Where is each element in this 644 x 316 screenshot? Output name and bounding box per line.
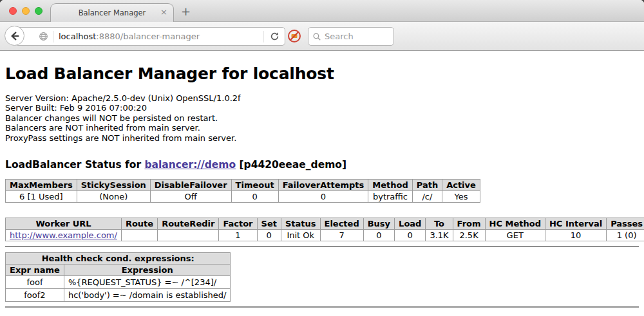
table-row: http://www.example.com/ 1 0 Init Ok 7 0 … [6, 230, 644, 241]
cell-disablefailover: Off [150, 191, 231, 203]
col-failoverattempts: FailoverAttempts [278, 180, 368, 191]
url-text[interactable]: localhost:8880/balancer-manager [59, 32, 260, 41]
table-title-row: Health check cond. expressions: [6, 253, 231, 265]
col-factor: Factor [219, 218, 257, 230]
tab-title: Balancer Manager [79, 8, 146, 17]
cell-failoverattempts: 0 [278, 191, 368, 203]
server-built-line: Server Built: Feb 9 2016 07:00:20 [5, 103, 639, 113]
cell-set: 0 [257, 230, 281, 241]
reload-button[interactable] [263, 31, 279, 42]
col-method: Method [368, 180, 412, 191]
search-bar[interactable] [308, 27, 394, 46]
col-path: Path [412, 180, 442, 191]
status-heading-prefix: LoadBalancer Status for [5, 159, 144, 171]
cell-from: 2.5K [453, 230, 485, 241]
cell-worker-url: http://www.example.com/ [6, 230, 122, 241]
cell-maxmembers: 6 [1 Used] [6, 191, 77, 203]
balancer-settings-table: MaxMembers StickySession DisableFailover… [5, 179, 480, 203]
table-row: 6 [1 Used] (None) Off 0 0 bytraffic /c/ … [6, 191, 480, 203]
col-status: Status [281, 218, 320, 230]
loadbalancer-status-heading: LoadBalancer Status for balancer://demo … [5, 159, 639, 171]
window-zoom-button[interactable] [35, 7, 43, 15]
cell-load: 0 [395, 230, 426, 241]
cell-routeredir [158, 230, 219, 241]
col-disablefailover: DisableFailover [150, 180, 231, 191]
col-elected: Elected [320, 218, 363, 230]
cell-expression: hc('body') =~ /domain is established/ [64, 289, 231, 302]
cell-method: bytraffic [368, 191, 412, 203]
url-bar[interactable]: localhost:8880/balancer-manager [15, 27, 285, 46]
server-version-line: Server Version: Apache/2.5.0-dev (Unix) … [5, 93, 639, 103]
status-heading-suffix: [p4420eeae_demo] [236, 159, 346, 171]
globe-icon [39, 32, 48, 41]
section-divider [5, 246, 639, 247]
window-close-button[interactable] [9, 7, 17, 15]
table-row: foof %{REQUEST_STATUS} =~ /^[234]/ [6, 276, 231, 289]
col-to: To [426, 218, 453, 230]
health-table-title: Health check cond. expressions: [6, 253, 231, 265]
cell-passes: 1 (0) [607, 230, 644, 241]
col-passes: Passes [607, 218, 644, 230]
cell-to: 3.1K [426, 230, 453, 241]
table-header-row: Worker URL Route RouteRedir Factor Set S… [6, 218, 644, 230]
col-expr-name: Expr name [6, 265, 64, 276]
page-content: Load Balancer Manager for localhost Serv… [0, 51, 644, 316]
col-worker-url: Worker URL [6, 218, 122, 230]
cell-hc-method: GET [485, 230, 545, 241]
browser-window: Balancer Manager × + localhost:8880/bala… [0, 0, 644, 316]
col-from: From [453, 218, 485, 230]
col-hc-method: HC Method [485, 218, 545, 230]
cell-timeout: 0 [231, 191, 278, 203]
new-tab-button[interactable]: + [181, 5, 191, 18]
cell-elected: 7 [320, 230, 363, 241]
back-arrow-icon [9, 30, 21, 42]
window-minimize-button[interactable] [22, 7, 30, 15]
balancer-demo-link[interactable]: balancer://demo [144, 159, 236, 171]
table-header-row: MaxMembers StickySession DisableFailover… [6, 180, 480, 191]
worker-status-table: Worker URL Route RouteRedir Factor Set S… [5, 218, 644, 241]
col-set: Set [257, 218, 281, 230]
page-title: Load Balancer Manager for localhost [5, 64, 639, 83]
url-separator [53, 31, 53, 42]
cell-path: /c/ [412, 191, 442, 203]
health-check-expressions-table: Health check cond. expressions: Expr nam… [5, 252, 231, 302]
inherit-note-line: Balancers are NOT inherited from main se… [5, 123, 639, 133]
cell-hc-interval: 10 [545, 230, 606, 241]
cell-stickysession: (None) [77, 191, 150, 203]
search-input[interactable] [325, 32, 390, 41]
col-hc-interval: HC Interval [545, 218, 606, 230]
persist-note-line: Balancer changes will NOT be persisted o… [5, 113, 639, 123]
plugin-blocked-icon[interactable] [287, 29, 301, 46]
tab-bar: Balancer Manager × + [0, 0, 644, 22]
col-expression: Expression [64, 265, 231, 276]
url-path: :8880/balancer-manager [96, 32, 200, 41]
table-header-row: Expr name Expression [6, 265, 231, 276]
col-load: Load [395, 218, 426, 230]
col-maxmembers: MaxMembers [6, 180, 77, 191]
back-button[interactable] [5, 26, 24, 46]
server-info: Server Version: Apache/2.5.0-dev (Unix) … [5, 93, 639, 143]
tab-close-icon[interactable]: × [160, 8, 167, 17]
cell-status: Init Ok [281, 230, 320, 241]
cell-factor: 1 [219, 230, 257, 241]
col-routeredir: RouteRedir [158, 218, 219, 230]
tab-balancer-manager[interactable]: Balancer Manager × [50, 3, 174, 22]
col-stickysession: StickySession [77, 180, 150, 191]
page-bottom-divider [5, 306, 639, 308]
worker-url-link[interactable]: http://www.example.com/ [10, 230, 117, 240]
col-timeout: Timeout [231, 180, 278, 191]
cell-active: Yes [442, 191, 480, 203]
cell-busy: 0 [363, 230, 394, 241]
navigation-toolbar: localhost:8880/balancer-manager [0, 22, 644, 51]
url-host: localhost [59, 32, 96, 41]
col-active: Active [442, 180, 480, 191]
col-busy: Busy [363, 218, 394, 230]
cell-expr-name: foof2 [6, 289, 64, 302]
cell-expr-name: foof [6, 276, 64, 289]
proxypass-note-line: ProxyPass settings are NOT inherited fro… [5, 133, 639, 143]
cell-route [121, 230, 157, 241]
search-icon [312, 32, 321, 41]
col-route: Route [121, 218, 157, 230]
table-row: foof2 hc('body') =~ /domain is establish… [6, 289, 231, 302]
cell-expression: %{REQUEST_STATUS} =~ /^[234]/ [64, 276, 231, 289]
